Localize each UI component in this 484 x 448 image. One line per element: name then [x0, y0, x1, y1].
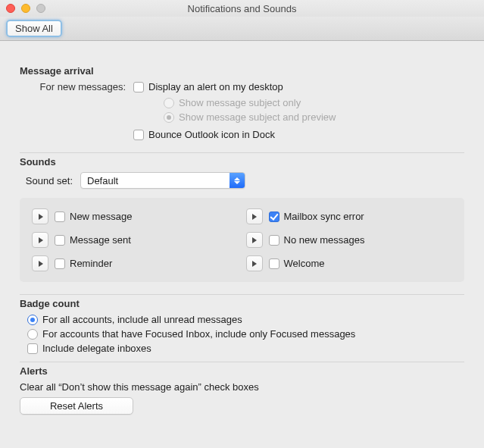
- play-no-new-messages-button[interactable]: [246, 232, 263, 248]
- mailbox-sync-error-checkbox[interactable]: [269, 211, 279, 222]
- subject-preview-radio: [164, 112, 174, 123]
- welcome-label: Welcome: [284, 258, 325, 269]
- for-new-messages-label: For new messages:: [20, 81, 133, 92]
- badge-all-unread-radio[interactable]: [27, 315, 38, 325]
- sounds-panel: New message Mailbox sync error Message s…: [20, 198, 464, 282]
- sound-set-label: Sound set:: [20, 175, 80, 186]
- divider: [20, 152, 464, 153]
- play-new-message-button[interactable]: [32, 208, 48, 224]
- minimize-icon[interactable]: [21, 4, 30, 13]
- sound-set-value: Default: [81, 173, 230, 188]
- play-message-sent-button[interactable]: [32, 232, 48, 248]
- zoom-icon: [36, 4, 45, 13]
- play-welcome-button[interactable]: [246, 255, 263, 271]
- badge-focused-only-label: For accounts that have Focused Inbox, in…: [42, 328, 355, 340]
- section-message-arrival: Message arrival: [20, 65, 464, 77]
- display-alert-checkbox[interactable]: [133, 82, 144, 92]
- sound-set-select[interactable]: Default: [80, 172, 245, 189]
- play-mailbox-sync-error-button[interactable]: [246, 208, 263, 224]
- toolbar: Show All: [0, 17, 484, 41]
- subject-only-label: Show message subject only: [179, 97, 301, 108]
- section-alerts: Alerts: [20, 365, 464, 377]
- reset-alerts-button[interactable]: Reset Alerts: [20, 397, 133, 415]
- new-message-checkbox[interactable]: [55, 211, 65, 222]
- section-sounds: Sounds: [20, 156, 464, 168]
- chevron-updown-icon: [230, 173, 245, 188]
- no-new-messages-checkbox[interactable]: [269, 235, 279, 246]
- bounce-dock-checkbox[interactable]: [133, 130, 144, 140]
- close-icon[interactable]: [6, 4, 15, 13]
- subject-only-radio: [164, 98, 174, 108]
- show-all-button[interactable]: Show All: [6, 20, 62, 37]
- play-reminder-button[interactable]: [32, 255, 48, 271]
- include-delegate-checkbox[interactable]: [27, 343, 38, 354]
- reminder-checkbox[interactable]: [55, 258, 65, 269]
- message-sent-label: Message sent: [70, 234, 131, 246]
- badge-all-unread-label: For all accounts, include all unread mes…: [42, 314, 242, 325]
- clear-alerts-text: Clear all “Don’t show this message again…: [20, 381, 464, 393]
- welcome-checkbox[interactable]: [269, 258, 279, 269]
- section-badge-count: Badge count: [20, 298, 464, 309]
- window-title: Notifications and Sounds: [0, 3, 484, 14]
- titlebar: Notifications and Sounds: [0, 0, 484, 17]
- display-alert-label: Display an alert on my desktop: [148, 81, 283, 92]
- message-sent-checkbox[interactable]: [55, 235, 65, 246]
- bounce-dock-label: Bounce Outlook icon in Dock: [148, 129, 275, 140]
- include-delegate-label: Include delegate inboxes: [42, 343, 151, 354]
- divider: [20, 294, 464, 295]
- reminder-label: Reminder: [70, 258, 112, 269]
- no-new-messages-label: No new messages: [284, 234, 365, 246]
- mailbox-sync-error-label: Mailbox sync error: [284, 211, 364, 222]
- window-controls: [6, 4, 45, 13]
- divider: [20, 362, 464, 362]
- new-message-label: New message: [70, 211, 132, 222]
- badge-focused-only-radio[interactable]: [27, 329, 38, 340]
- subject-preview-label: Show message subject and preview: [179, 111, 336, 123]
